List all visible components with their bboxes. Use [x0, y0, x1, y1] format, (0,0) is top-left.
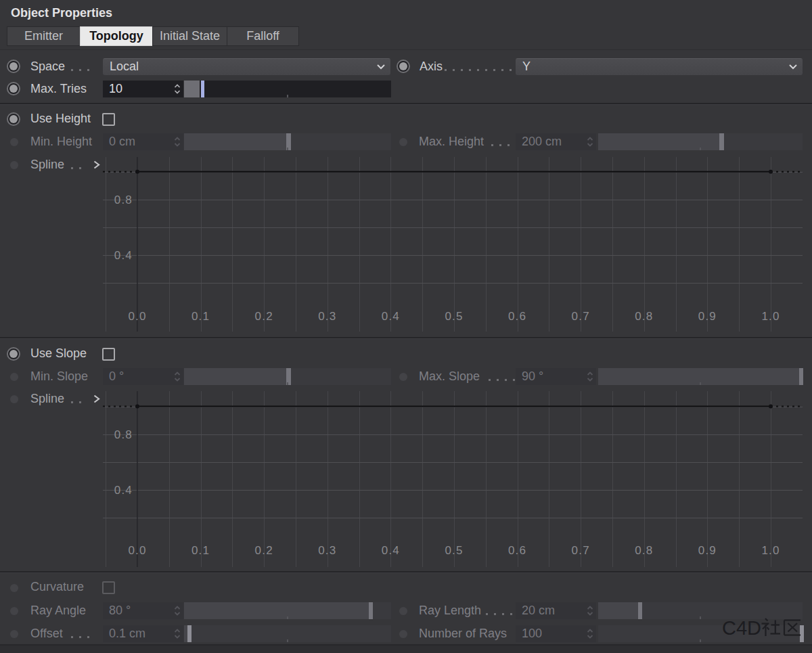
- svg-text:0.4: 0.4: [114, 484, 133, 497]
- svg-text:0.8: 0.8: [635, 310, 653, 323]
- svg-text:0.3: 0.3: [318, 310, 336, 323]
- svg-text:0.9: 0.9: [698, 544, 717, 557]
- svg-text:0.6: 0.6: [508, 544, 526, 557]
- svg-text:0.8: 0.8: [114, 194, 133, 206]
- svg-text:1.0: 1.0: [761, 310, 780, 323]
- svg-text:0.0: 0.0: [128, 544, 146, 557]
- svg-text:0.6: 0.6: [508, 310, 526, 323]
- svg-text:0.4: 0.4: [114, 249, 133, 262]
- svg-text:0.8: 0.8: [635, 544, 653, 557]
- svg-text:1.0: 1.0: [761, 544, 780, 557]
- svg-text:0.5: 0.5: [445, 544, 463, 557]
- svg-text:0.3: 0.3: [318, 544, 336, 557]
- svg-text:0.2: 0.2: [255, 310, 273, 323]
- svg-text:0.1: 0.1: [191, 544, 210, 557]
- svg-text:0.8: 0.8: [114, 428, 133, 441]
- svg-text:0.7: 0.7: [572, 310, 590, 323]
- svg-text:0.9: 0.9: [698, 310, 717, 323]
- svg-text:0.0: 0.0: [128, 310, 146, 323]
- svg-text:0.5: 0.5: [445, 310, 463, 323]
- svg-text:0.7: 0.7: [572, 544, 590, 557]
- svg-text:0.1: 0.1: [191, 310, 210, 323]
- svg-text:0.2: 0.2: [255, 544, 273, 557]
- svg-text:0.4: 0.4: [382, 544, 400, 557]
- svg-text:0.4: 0.4: [382, 310, 400, 323]
